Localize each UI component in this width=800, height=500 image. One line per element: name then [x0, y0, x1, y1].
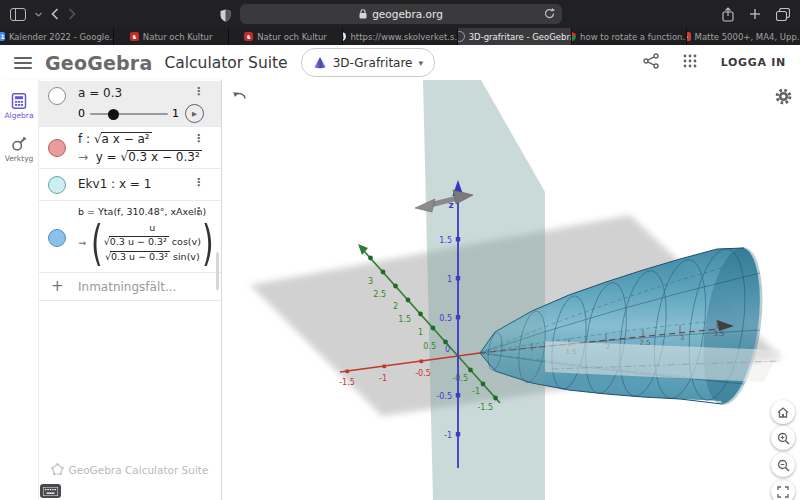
- svg-text:0.5: 0.5: [423, 342, 436, 351]
- tab-bar: 31 Kalender 2022 - Google... ♞ Natur och…: [0, 28, 800, 45]
- forward-icon[interactable]: [68, 8, 76, 20]
- algebra-row-f[interactable]: f : √a x − a² → y = √0.3 x − 0.3² ⋮: [38, 126, 221, 169]
- slider-max-label: 1: [172, 107, 179, 120]
- svg-text:-1.5: -1.5: [477, 403, 493, 412]
- graph-canvas[interactable]: -0.5 -1 -1.5 0.5 1: [222, 80, 800, 500]
- svg-text:-1: -1: [472, 387, 480, 396]
- url-bar[interactable]: geogebra.org: [240, 4, 562, 24]
- lock-icon: [359, 9, 367, 19]
- share-icon[interactable]: [722, 7, 734, 22]
- tab-natur-och-kultur-1[interactable]: ♞ Natur och Kultur: [113, 28, 227, 45]
- graphics-3d-view: -0.5 -1 -1.5 0.5 1: [222, 80, 800, 500]
- svg-text:-0.5: -0.5: [452, 374, 468, 383]
- panel-scrollbar[interactable]: [216, 252, 219, 290]
- suite-title: Calculator Suite: [164, 54, 287, 72]
- app-selector-dropdown[interactable]: 3D-Grafritare ▾: [301, 48, 435, 77]
- kebab-menu-icon[interactable]: ⋮: [193, 133, 204, 144]
- svg-text:1: 1: [418, 328, 423, 337]
- svg-text:1.5: 1.5: [398, 315, 411, 324]
- algebra-row-b[interactable]: b = Yta(f, 310.48°, xAxeln) ⋮ → ( u √0.3…: [38, 200, 221, 273]
- expression-b-output: → ( u √0.3 u − 0.3² cos(v) √0.3 u − 0.3²…: [78, 222, 215, 263]
- svg-text:2: 2: [393, 302, 398, 311]
- input-placeholder: Inmatningsfält...: [78, 280, 176, 294]
- visibility-toggle-ekv1[interactable]: [48, 176, 66, 194]
- kebab-menu-icon[interactable]: ⋮: [193, 177, 204, 188]
- tools-icon: [11, 136, 27, 152]
- app-header: GeoGebra Calculator Suite 3D-Grafritare …: [0, 45, 800, 81]
- zoom-out-button[interactable]: [771, 453, 795, 477]
- slider-min-label: 0: [78, 107, 85, 120]
- apps-grid-icon[interactable]: [683, 53, 697, 72]
- tab-natur-och-kultur-2[interactable]: ♞ Natur och Kultur: [228, 28, 342, 45]
- svg-text:-1: -1: [379, 374, 387, 383]
- calculator-icon: [11, 93, 27, 109]
- svg-text:3: 3: [368, 277, 373, 286]
- tab-how-to-rotate[interactable]: how to rotate a function...: [571, 28, 685, 45]
- reload-icon[interactable]: [544, 7, 555, 22]
- home-view-button[interactable]: [771, 400, 795, 424]
- new-tab-icon[interactable]: [749, 8, 761, 20]
- visibility-toggle-f[interactable]: [48, 139, 66, 157]
- undo-button[interactable]: [232, 89, 248, 108]
- visibility-toggle-a[interactable]: [48, 87, 66, 105]
- fullscreen-button[interactable]: [771, 480, 795, 500]
- sidebar-toggle-icon[interactable]: [10, 8, 26, 21]
- google-calendar-favicon: 31: [0, 32, 5, 41]
- svg-text:1: 1: [447, 275, 452, 284]
- add-expression-icon: +: [51, 277, 64, 295]
- expression-ekv1: Ekv1 : x = 1: [78, 177, 151, 191]
- svg-text:-1: -1: [444, 431, 452, 440]
- privacy-shield-icon[interactable]: [220, 7, 231, 26]
- settings-gear-icon[interactable]: [775, 88, 792, 109]
- algebra-row-ekv1[interactable]: Ekv1 : x = 1 ⋮: [38, 168, 221, 201]
- back-icon[interactable]: [51, 8, 59, 20]
- z-axis-label: z: [448, 200, 453, 210]
- tab-overview-icon[interactable]: [776, 8, 790, 21]
- svg-text:0.5: 0.5: [439, 314, 452, 323]
- geogebra-ghost-icon: [51, 463, 64, 476]
- svg-text:1.5: 1.5: [439, 236, 452, 245]
- sidebar-item-verktyg[interactable]: Verktyg: [0, 136, 38, 163]
- slider-a-track[interactable]: [90, 113, 168, 115]
- expression-f-output: → y = √0.3 x − 0.3²: [78, 150, 202, 165]
- url-text: geogebra.org: [372, 8, 443, 20]
- main: Algebra Verktyg a = 0.3 ⋮ 0: [0, 80, 800, 500]
- video-favicon: [571, 32, 576, 41]
- share-nodes-icon[interactable]: [643, 53, 659, 73]
- browser-toolbar: geogebra.org: [0, 0, 800, 28]
- menu-icon[interactable]: [14, 57, 32, 69]
- sidebar-item-algebra[interactable]: Algebra: [0, 93, 38, 120]
- origin-label: 0: [445, 345, 450, 354]
- algebra-row-a[interactable]: a = 0.3 ⋮ 0 1 ▶: [38, 81, 221, 127]
- algebra-input-row[interactable]: + Inmatningsfält...: [38, 272, 221, 301]
- algebra-panel: Algebra Verktyg a = 0.3 ⋮ 0: [0, 80, 222, 500]
- watermark: GeoGebra Calculator Suite: [38, 463, 221, 476]
- visibility-toggle-b[interactable]: [48, 229, 66, 247]
- svg-text:-0.5: -0.5: [415, 369, 431, 378]
- matte-favicon: +: [686, 32, 691, 41]
- zoom-in-button[interactable]: [771, 426, 795, 450]
- geogebra-favicon: [457, 31, 465, 42]
- sidebar-rail: Algebra Verktyg: [0, 80, 39, 500]
- plane-x-equals-1: [423, 80, 545, 500]
- slider-a-knob[interactable]: [108, 109, 119, 120]
- app-selector-label: 3D-Grafritare: [333, 56, 413, 70]
- play-animation-button[interactable]: ▶: [185, 104, 204, 123]
- skolverket-favicon: S: [342, 32, 346, 41]
- svg-text:2.5: 2.5: [373, 290, 386, 299]
- geogebra-logo[interactable]: GeoGebra: [45, 52, 152, 74]
- keyboard-toggle-button[interactable]: [40, 484, 61, 498]
- tab-kalender[interactable]: 31 Kalender 2022 - Google...: [0, 28, 113, 45]
- chevron-down-icon[interactable]: [35, 12, 42, 17]
- tab-matte[interactable]: + Matte 5000+, MA4, Upp...: [686, 28, 800, 45]
- expression-a: a = 0.3: [78, 86, 122, 100]
- natur-och-kultur-favicon: ♞: [244, 32, 253, 41]
- login-button[interactable]: LOGGA IN: [721, 56, 786, 69]
- screen: geogebra.org 31 Kalender 2022 - Google..…: [0, 0, 800, 500]
- svg-text:-0.5: -0.5: [436, 392, 452, 401]
- kebab-menu-icon[interactable]: ⋮: [193, 86, 204, 97]
- tab-geogebra-active[interactable]: 3D-grafritare - GeoGebra: [457, 28, 571, 45]
- svg-text:-1.5: -1.5: [339, 378, 355, 387]
- tab-skolverket[interactable]: S https://www.skolverket.s...: [342, 28, 456, 45]
- cone-3d-icon: [313, 56, 327, 70]
